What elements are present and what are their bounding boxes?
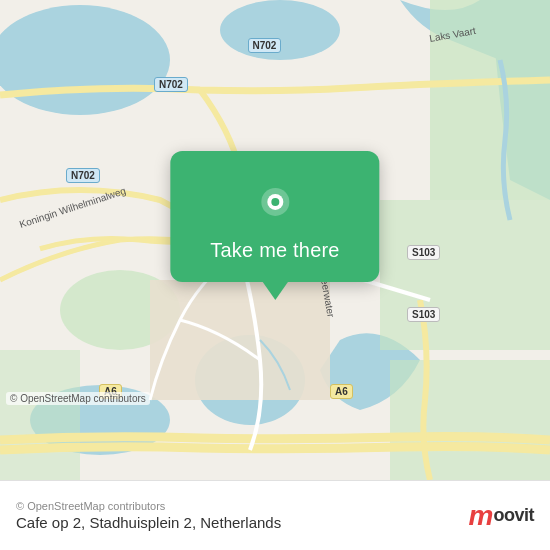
moovit-text: oovit [494, 505, 535, 526]
svg-point-13 [271, 198, 279, 206]
take-me-there-button[interactable]: Take me there [210, 239, 339, 262]
footer-copyright: © OpenStreetMap contributors [16, 500, 281, 512]
road-badge-s103-top: S103 [407, 245, 440, 260]
svg-rect-6 [380, 200, 550, 350]
road-badge-a6-right: A6 [330, 384, 353, 399]
road-badge-n702-top: N702 [248, 38, 282, 53]
svg-rect-8 [0, 350, 80, 480]
map-container: N702 N702 N702 S103 S103 A6 A6 Koningin … [0, 0, 550, 480]
footer-left: © OpenStreetMap contributors Cafe op 2, … [16, 500, 281, 531]
svg-rect-10 [150, 280, 330, 400]
svg-rect-9 [390, 360, 550, 480]
road-badge-n702-left: N702 [66, 168, 100, 183]
road-badge-s103-bot: S103 [407, 307, 440, 322]
moovit-logo: m oovit [469, 500, 534, 532]
road-badge-n702-mid: N702 [154, 77, 188, 92]
moovit-m-letter: m [469, 500, 492, 532]
popup-card: Take me there [170, 151, 379, 282]
location-pin-icon [251, 181, 299, 229]
footer-address: Cafe op 2, Stadhuisplein 2, Netherlands [16, 514, 281, 531]
footer: © OpenStreetMap contributors Cafe op 2, … [0, 480, 550, 550]
map-attribution: © OpenStreetMap contributors [6, 392, 150, 405]
